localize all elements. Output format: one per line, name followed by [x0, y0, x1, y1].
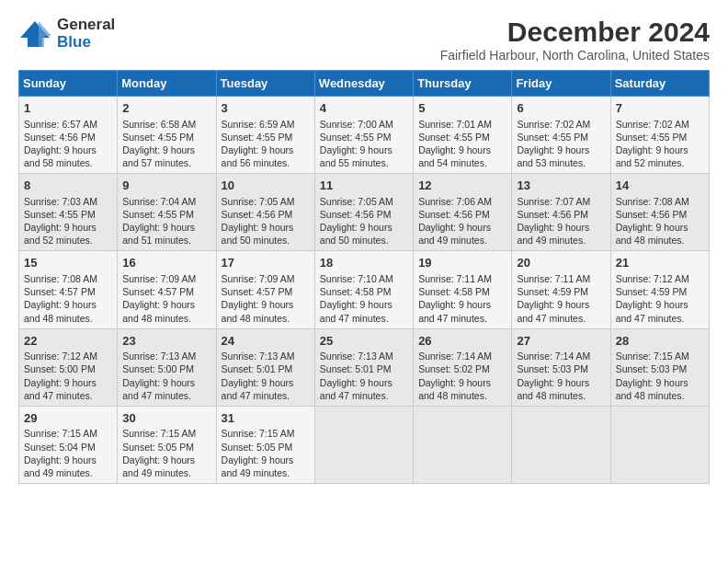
week-row-3: 15Sunrise: 7:08 AMSunset: 4:57 PMDayligh…: [19, 251, 710, 328]
day-number: 3: [222, 100, 311, 117]
calendar-cell: 11Sunrise: 7:05 AMSunset: 4:56 PMDayligh…: [314, 174, 413, 251]
week-row-2: 8Sunrise: 7:03 AMSunset: 4:55 PMDaylight…: [19, 174, 710, 251]
day-number: 6: [517, 100, 606, 117]
calendar-cell: 24Sunrise: 7:13 AMSunset: 5:01 PMDayligh…: [216, 328, 314, 406]
calendar-cell: 2Sunrise: 6:58 AMSunset: 4:55 PMDaylight…: [118, 97, 216, 174]
logo-text: General Blue: [57, 17, 115, 51]
calendar-cell: 29Sunrise: 7:15 AMSunset: 5:04 PMDayligh…: [19, 406, 118, 483]
calendar-cell: 23Sunrise: 7:13 AMSunset: 5:00 PMDayligh…: [118, 328, 216, 406]
day-number: 9: [122, 178, 211, 194]
calendar-cell: 31Sunrise: 7:15 AMSunset: 5:05 PMDayligh…: [216, 406, 314, 483]
calendar-cell: 18Sunrise: 7:10 AMSunset: 4:58 PMDayligh…: [314, 251, 413, 328]
day-number: 1: [24, 100, 113, 117]
logo-icon: [18, 17, 51, 51]
calendar-cell: 19Sunrise: 7:11 AMSunset: 4:58 PMDayligh…: [414, 251, 512, 328]
calendar-cell: [610, 406, 709, 483]
page: General Blue December 2024 Fairfield Har…: [0, 0, 728, 493]
day-number: 10: [222, 178, 311, 194]
calendar-cell: 26Sunrise: 7:14 AMSunset: 5:02 PMDayligh…: [414, 328, 512, 406]
header-wednesday: Wednesday: [314, 71, 413, 97]
calendar-cell: 22Sunrise: 7:12 AMSunset: 5:00 PMDayligh…: [19, 328, 118, 406]
main-title: December 2024: [440, 17, 710, 48]
header-sunday: Sunday: [19, 71, 118, 97]
calendar-cell: 9Sunrise: 7:04 AMSunset: 4:55 PMDaylight…: [118, 174, 216, 251]
calendar-cell: [512, 406, 610, 483]
day-number: 27: [517, 333, 606, 350]
day-number: 21: [616, 255, 705, 271]
week-row-1: 1Sunrise: 6:57 AMSunset: 4:56 PMDaylight…: [19, 97, 710, 174]
calendar-cell: 28Sunrise: 7:15 AMSunset: 5:03 PMDayligh…: [610, 328, 709, 406]
calendar-cell: 27Sunrise: 7:14 AMSunset: 5:03 PMDayligh…: [512, 328, 610, 406]
header-saturday: Saturday: [610, 71, 709, 97]
calendar-cell: 20Sunrise: 7:11 AMSunset: 4:59 PMDayligh…: [512, 251, 610, 328]
subtitle: Fairfield Harbour, North Carolina, Unite…: [440, 48, 710, 63]
day-number: 24: [222, 333, 311, 350]
calendar-cell: 5Sunrise: 7:01 AMSunset: 4:55 PMDaylight…: [414, 97, 512, 174]
day-number: 16: [122, 255, 211, 271]
logo: General Blue: [18, 17, 115, 51]
day-number: 19: [418, 255, 507, 271]
day-number: 22: [24, 333, 113, 350]
calendar-cell: 1Sunrise: 6:57 AMSunset: 4:56 PMDaylight…: [19, 97, 118, 174]
day-number: 17: [222, 255, 311, 271]
calendar-cell: 4Sunrise: 7:00 AMSunset: 4:55 PMDaylight…: [314, 97, 413, 174]
day-number: 26: [418, 333, 507, 350]
day-number: 2: [122, 100, 211, 117]
calendar-cell: 17Sunrise: 7:09 AMSunset: 4:57 PMDayligh…: [216, 251, 314, 328]
calendar-cell: 12Sunrise: 7:06 AMSunset: 4:56 PMDayligh…: [414, 174, 512, 251]
calendar-cell: 6Sunrise: 7:02 AMSunset: 4:55 PMDaylight…: [512, 97, 610, 174]
day-number: 7: [616, 100, 705, 117]
day-number: 31: [222, 410, 311, 427]
day-number: 29: [24, 410, 113, 427]
title-block: December 2024 Fairfield Harbour, North C…: [440, 17, 710, 63]
week-row-5: 29Sunrise: 7:15 AMSunset: 5:04 PMDayligh…: [19, 406, 710, 483]
logo-general-text: General: [57, 17, 115, 34]
calendar-cell: 10Sunrise: 7:05 AMSunset: 4:56 PMDayligh…: [216, 174, 314, 251]
calendar-cell: 25Sunrise: 7:13 AMSunset: 5:01 PMDayligh…: [314, 328, 413, 406]
weekday-header-row: Sunday Monday Tuesday Wednesday Thursday…: [19, 71, 710, 97]
calendar-cell: 15Sunrise: 7:08 AMSunset: 4:57 PMDayligh…: [19, 251, 118, 328]
calendar-cell: [314, 406, 413, 483]
day-number: 13: [517, 178, 606, 194]
day-number: 20: [517, 255, 606, 271]
day-number: 5: [418, 100, 507, 117]
calendar-cell: 7Sunrise: 7:02 AMSunset: 4:55 PMDaylight…: [610, 97, 709, 174]
calendar-cell: 13Sunrise: 7:07 AMSunset: 4:56 PMDayligh…: [512, 174, 610, 251]
calendar-cell: 8Sunrise: 7:03 AMSunset: 4:55 PMDaylight…: [19, 174, 118, 251]
day-number: 8: [24, 178, 113, 194]
calendar-cell: 21Sunrise: 7:12 AMSunset: 4:59 PMDayligh…: [610, 251, 709, 328]
calendar-cell: 30Sunrise: 7:15 AMSunset: 5:05 PMDayligh…: [118, 406, 216, 483]
calendar-cell: [414, 406, 512, 483]
day-number: 18: [320, 255, 409, 271]
day-number: 25: [320, 333, 409, 350]
day-number: 11: [320, 178, 409, 194]
header-monday: Monday: [118, 71, 216, 97]
day-number: 12: [418, 178, 507, 194]
day-number: 28: [616, 333, 705, 350]
day-number: 23: [122, 333, 211, 350]
header-tuesday: Tuesday: [216, 71, 314, 97]
header: General Blue December 2024 Fairfield Har…: [18, 17, 710, 63]
calendar-cell: 14Sunrise: 7:08 AMSunset: 4:56 PMDayligh…: [610, 174, 709, 251]
calendar-table: Sunday Monday Tuesday Wednesday Thursday…: [18, 70, 710, 484]
header-friday: Friday: [512, 71, 610, 97]
week-row-4: 22Sunrise: 7:12 AMSunset: 5:00 PMDayligh…: [19, 328, 710, 406]
day-number: 30: [122, 410, 211, 427]
day-number: 15: [24, 255, 113, 271]
logo-blue-text: Blue: [57, 34, 115, 52]
calendar-cell: 16Sunrise: 7:09 AMSunset: 4:57 PMDayligh…: [118, 251, 216, 328]
svg-marker-1: [39, 21, 51, 47]
day-number: 4: [320, 100, 409, 117]
header-thursday: Thursday: [414, 71, 512, 97]
calendar-cell: 3Sunrise: 6:59 AMSunset: 4:55 PMDaylight…: [216, 97, 314, 174]
day-number: 14: [616, 178, 705, 194]
